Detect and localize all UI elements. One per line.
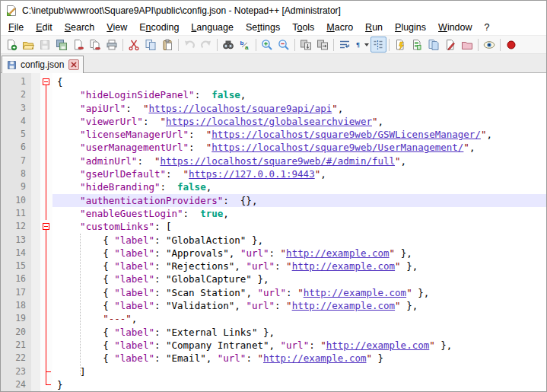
menu-item-help[interactable]: ?: [479, 21, 496, 34]
code-text[interactable]: { "label": "Rejections", "url": "http://…: [52, 260, 546, 272]
close-all-button[interactable]: [87, 37, 103, 53]
new-file-button[interactable]: [4, 37, 20, 53]
show-all-characters-button[interactable]: ¶: [354, 37, 370, 53]
close-file-button[interactable]: [71, 37, 87, 53]
code-text[interactable]: "adminUrl": "https://localhost/square9we…: [52, 155, 546, 167]
bookmark-cell: [31, 260, 40, 272]
code-text[interactable]: "---",: [52, 312, 546, 325]
record-macro-button[interactable]: [504, 37, 520, 53]
menu-item-settings[interactable]: Settings: [240, 21, 286, 34]
code-text[interactable]: "hideLoginSidePanel": false,: [52, 88, 546, 101]
code-text[interactable]: { "label": "GlobalCapture" },: [52, 272, 546, 285]
clone-document-icon: [428, 39, 440, 51]
code-text[interactable]: "gseUrlDefault": "https://127.0.0.1:9443…: [52, 167, 546, 180]
editor[interactable]: 1{2 "hideLoginSidePanel": false,3 "apiUr…: [1, 73, 546, 392]
code-text[interactable]: "customLinks": [: [52, 220, 546, 233]
fold-connector: [40, 234, 52, 247]
file-monitoring-button[interactable]: [482, 37, 498, 53]
run-script-button[interactable]: [393, 37, 409, 53]
edit-macro-button[interactable]: [443, 37, 459, 53]
line-number: 2: [1, 88, 31, 101]
show-indent-guide-button[interactable]: [370, 37, 386, 53]
open-file-button[interactable]: [21, 37, 37, 53]
menu-item-file[interactable]: File: [2, 21, 30, 34]
zoom-out-button[interactable]: [276, 37, 292, 53]
bookmark-cell: [31, 155, 40, 167]
code-text[interactable]: "viewerUrl": "https://localhost/globalse…: [52, 115, 546, 128]
code-text[interactable]: { "label": "Email", "url": "http://examp…: [52, 352, 546, 365]
code-text[interactable]: {: [52, 75, 546, 88]
sync-vertical-scroll-button[interactable]: [298, 37, 314, 53]
save-all-button[interactable]: [54, 37, 70, 53]
edit-macro-icon: [444, 39, 456, 51]
fold-connector: [40, 141, 52, 154]
save-button[interactable]: [37, 37, 53, 53]
code-text[interactable]: { "label": "External Links" },: [52, 326, 546, 339]
menu-item-edit[interactable]: Edit: [30, 21, 59, 34]
menu-item-run[interactable]: Run: [359, 21, 389, 34]
bookmark-cell: [31, 247, 40, 260]
menu-item-language[interactable]: Language: [185, 21, 240, 34]
code-text[interactable]: { "label": "GlobalAction" },: [52, 234, 546, 247]
line-number: 18: [1, 299, 31, 312]
code-text[interactable]: "hideBranding": false,: [52, 180, 546, 193]
fold-toggle-icon[interactable]: [40, 220, 52, 233]
replace-button[interactable]: ba: [237, 37, 253, 53]
copy-button[interactable]: [143, 37, 159, 53]
code-text[interactable]: "authenticationProviders": {},: [52, 194, 546, 207]
code-text[interactable]: ]: [52, 365, 546, 378]
code-text[interactable]: "apiUrl": "https://localhost/square9api/…: [52, 102, 546, 115]
print-button[interactable]: [104, 37, 120, 53]
fold-connector: [40, 272, 52, 285]
code-text[interactable]: "userManagementUrl": "https://localhost/…: [52, 141, 546, 154]
cut-button[interactable]: [126, 37, 142, 53]
sync-horizontal-scroll-button[interactable]: [315, 37, 331, 53]
folder-as-workspace-button[interactable]: [460, 37, 475, 53]
line-number: 8: [1, 167, 31, 180]
menu-item-plugins[interactable]: Plugins: [389, 21, 432, 34]
code-text[interactable]: { "label": "Validation", "url": "http://…: [52, 299, 546, 312]
record-macro-icon: [505, 39, 517, 51]
menu-item-encoding[interactable]: Encoding: [133, 21, 185, 34]
undo-button[interactable]: [182, 37, 198, 53]
menu-bar: FileEditSearchViewEncodingLanguageSettin…: [1, 20, 546, 36]
toolbar-separator: [294, 39, 295, 51]
fold-connector: [40, 378, 52, 391]
zoom-in-button[interactable]: [259, 37, 275, 53]
toolbar-separator: [333, 39, 334, 51]
save-icon: [39, 39, 51, 51]
code-text[interactable]: "licenseManagerUrl": "https://localhost/…: [52, 128, 546, 141]
menu-item-window[interactable]: Window: [432, 21, 478, 34]
editor-line-19: 19 "---",: [1, 312, 546, 325]
menu-item-view[interactable]: View: [100, 21, 133, 34]
menu-item-search[interactable]: Search: [59, 21, 101, 34]
editor-line-13: 13 { "label": "GlobalAction" },: [1, 234, 546, 247]
find-icon: [222, 39, 234, 51]
code-text[interactable]: { "label": "Company Intranet", "url": "h…: [52, 339, 546, 352]
fold-toggle-icon[interactable]: [40, 75, 52, 88]
tab-config-json[interactable]: config.json: [2, 56, 84, 73]
code-text[interactable]: }: [52, 378, 546, 391]
code-text[interactable]: { "label": "Scan Station", "url": "http:…: [52, 286, 546, 299]
clone-document-button[interactable]: [426, 37, 442, 53]
line-number: 6: [1, 141, 31, 154]
editor-line-18: 18 { "label": "Validation", "url": "http…: [1, 299, 546, 312]
menu-item-tools[interactable]: Tools: [286, 21, 320, 34]
paste-button[interactable]: [160, 37, 176, 53]
bookmark-cell: [31, 365, 40, 378]
code-text[interactable]: { "label": "Approvals", "url": "http://e…: [52, 247, 546, 260]
tab-close-button[interactable]: [68, 59, 79, 70]
document-map-button[interactable]: [409, 37, 425, 53]
show-all-characters-icon: ¶: [355, 39, 363, 51]
find-button[interactable]: [221, 37, 237, 53]
bookmark-cell: [31, 167, 40, 180]
editor-line-4: 4 "viewerUrl": "https://localhost/global…: [1, 115, 546, 128]
word-wrap-button[interactable]: [337, 37, 353, 53]
line-number: 22: [1, 352, 31, 365]
code-text[interactable]: "enableGuestLogin": true,: [52, 207, 546, 220]
redo-button[interactable]: [199, 37, 215, 53]
menu-item-macro[interactable]: Macro: [320, 21, 359, 34]
show-indent-guide-icon: [372, 39, 384, 51]
show-all-characters-caret-icon[interactable]: [364, 43, 369, 46]
bookmark-cell: [31, 207, 40, 220]
